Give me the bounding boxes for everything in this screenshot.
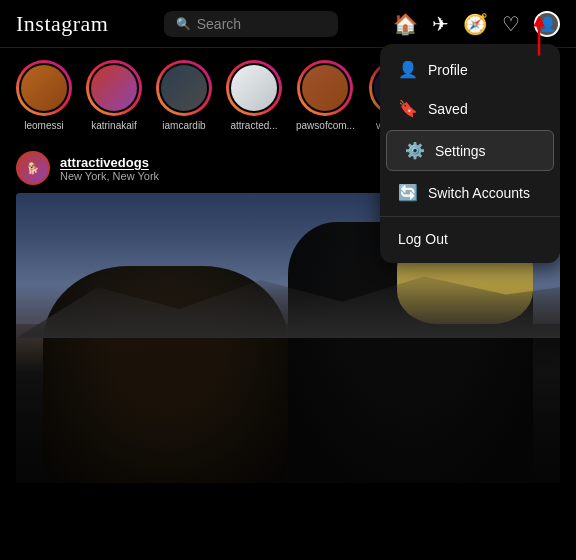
story-ring bbox=[16, 60, 72, 116]
story-item[interactable]: leomessi bbox=[16, 60, 72, 131]
story-username: pawsofcom... bbox=[296, 120, 355, 131]
compass-icon[interactable]: 🧭 bbox=[463, 12, 488, 36]
story-item[interactable]: katrinakaif bbox=[86, 60, 142, 131]
post-user-avatar: 🐕 bbox=[16, 151, 50, 185]
dropdown-saved-label: Saved bbox=[428, 101, 468, 117]
search-icon: 🔍 bbox=[176, 17, 191, 31]
story-avatar bbox=[89, 63, 139, 113]
profile-avatar[interactable]: 👤 bbox=[534, 11, 560, 37]
dropdown-profile-label: Profile bbox=[428, 62, 468, 78]
search-bar[interactable]: 🔍 Search bbox=[164, 11, 338, 37]
story-avatar bbox=[300, 63, 350, 113]
story-username: leomessi bbox=[24, 120, 63, 131]
story-username: iamcardib bbox=[162, 120, 205, 131]
story-avatar bbox=[229, 63, 279, 113]
dropdown-switch-label: Switch Accounts bbox=[428, 185, 530, 201]
story-item[interactable]: attracted... bbox=[226, 60, 282, 131]
dog-silhouette bbox=[43, 266, 288, 484]
dropdown-menu: 👤 Profile 🔖 Saved ⚙️ Settings 🔄 Switch A… bbox=[380, 44, 560, 263]
heart-icon[interactable]: ♡ bbox=[502, 12, 520, 36]
story-avatar bbox=[19, 63, 69, 113]
top-navigation: Instagram 🔍 Search 🏠 ✈ 🧭 ♡ 👤 bbox=[0, 0, 576, 48]
send-icon[interactable]: ✈ bbox=[432, 12, 449, 36]
switch-icon: 🔄 bbox=[398, 183, 416, 202]
story-username: katrinakaif bbox=[91, 120, 137, 131]
story-ring bbox=[156, 60, 212, 116]
profile-icon: 👤 bbox=[398, 60, 416, 79]
search-placeholder: Search bbox=[197, 16, 241, 32]
dropdown-saved[interactable]: 🔖 Saved bbox=[380, 89, 560, 128]
home-icon[interactable]: 🏠 bbox=[393, 12, 418, 36]
story-ring bbox=[86, 60, 142, 116]
app-logo: Instagram bbox=[16, 11, 108, 37]
dropdown-profile[interactable]: 👤 Profile bbox=[380, 50, 560, 89]
dropdown-settings-label: Settings bbox=[435, 143, 486, 159]
dropdown-logout[interactable]: Log Out bbox=[380, 221, 560, 257]
story-item[interactable]: iamcardib bbox=[156, 60, 212, 131]
dropdown-settings[interactable]: ⚙️ Settings bbox=[386, 130, 554, 171]
story-ring bbox=[297, 60, 353, 116]
nav-icons: 🏠 ✈ 🧭 ♡ 👤 bbox=[393, 11, 560, 37]
saved-icon: 🔖 bbox=[398, 99, 416, 118]
story-avatar bbox=[159, 63, 209, 113]
settings-icon: ⚙️ bbox=[405, 141, 423, 160]
dropdown-logout-label: Log Out bbox=[398, 231, 448, 247]
dropdown-divider bbox=[380, 216, 560, 217]
dropdown-switch[interactable]: 🔄 Switch Accounts bbox=[380, 173, 560, 212]
story-item[interactable]: pawsofcom... bbox=[296, 60, 355, 131]
story-ring bbox=[226, 60, 282, 116]
story-username: attracted... bbox=[230, 120, 277, 131]
